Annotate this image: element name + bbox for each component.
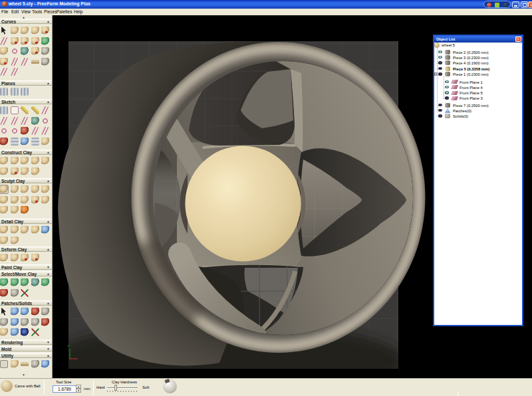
svg-text:Y: Y — [67, 344, 70, 348]
